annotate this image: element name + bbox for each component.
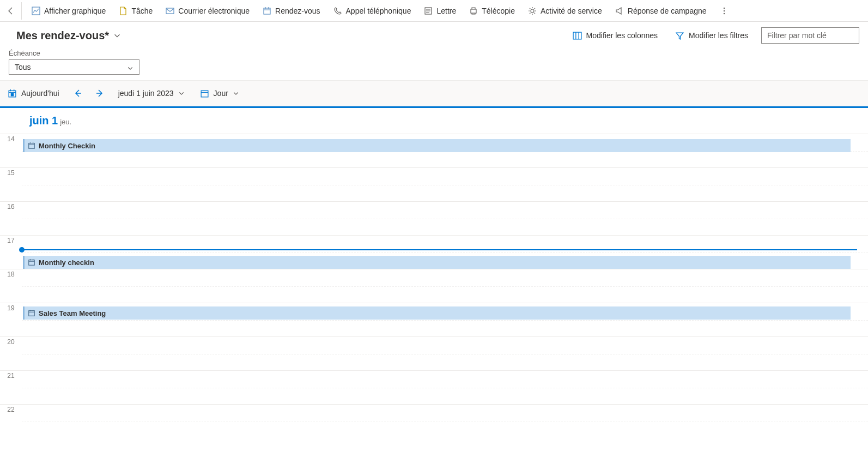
calendar-icon <box>28 142 35 149</box>
columns-icon <box>573 31 582 40</box>
svg-point-6 <box>723 7 724 8</box>
chevron-down-icon <box>127 65 133 71</box>
toolbar-label: Réponse de campagne <box>628 7 707 15</box>
toolbar-rendezvous[interactable]: Rendez-vous <box>257 3 326 19</box>
day-title: juin 1 <box>29 115 58 127</box>
current-date: jeudi 1 juin 2023 <box>118 89 174 98</box>
svg-rect-9 <box>573 32 581 39</box>
hour-row[interactable]: 18 <box>0 269 868 303</box>
toolbar-courrier[interactable]: Courrier électronique <box>160 3 255 19</box>
hour-label: 22 <box>0 405 22 438</box>
edit-columns-button[interactable]: Modifier les colonnes <box>568 29 663 43</box>
edit-columns-label: Modifier les colonnes <box>586 31 658 40</box>
toolbar-telecopie[interactable]: Télécopie <box>464 3 520 19</box>
toolbar-lettre[interactable]: Lettre <box>418 3 462 19</box>
calendar-icon <box>28 258 35 266</box>
email-icon <box>166 7 174 15</box>
more-button[interactable] <box>714 3 734 19</box>
svg-rect-2 <box>264 8 270 14</box>
arrow-left-icon <box>7 7 15 15</box>
next-day-button[interactable] <box>93 87 106 100</box>
phone-icon <box>333 7 342 15</box>
svg-point-5 <box>531 9 534 13</box>
svg-rect-14 <box>29 260 35 266</box>
toolbar: Afficher graphique Tâche Courrier électr… <box>0 0 868 22</box>
arrow-right-icon <box>95 89 104 98</box>
calendar-event[interactable]: Sales Team Meeting <box>23 306 851 320</box>
chart-icon <box>32 7 40 15</box>
echeance-select[interactable]: Tous <box>9 59 139 75</box>
edit-filters-button[interactable]: Modifier les filtres <box>671 29 752 43</box>
task-icon <box>119 7 128 15</box>
toolbar-reponse-campagne[interactable]: Réponse de campagne <box>610 3 712 19</box>
view-title-text: Mes rendez-vous* <box>16 29 109 42</box>
hour-label: 17 <box>0 236 22 269</box>
header: Mes rendez-vous* Modifier les colonnes M… <box>0 22 868 46</box>
hour-label: 16 <box>0 202 22 235</box>
calendar-icon <box>200 89 209 98</box>
filter-icon <box>675 31 684 40</box>
toolbar-label: Courrier électronique <box>178 7 250 15</box>
svg-rect-12 <box>201 91 208 97</box>
toolbar-appel[interactable]: Appel téléphonique <box>328 3 417 19</box>
campaign-icon <box>615 7 624 15</box>
event-title: Sales Team Meeting <box>39 309 106 317</box>
chevron-down-icon <box>178 90 185 97</box>
hour-label: 15 <box>0 168 22 201</box>
toolbar-label: Lettre <box>436 7 456 15</box>
toolbar-activite-service[interactable]: Activité de service <box>523 3 608 19</box>
view-mode-picker[interactable]: Jour <box>197 87 242 100</box>
toolbar-label: Télécopie <box>482 7 515 15</box>
hours-grid: 141516171819202122Monthly CheckinMonthly… <box>0 134 868 438</box>
svg-rect-1 <box>166 8 174 14</box>
fax-icon <box>469 7 478 15</box>
toolbar-tache[interactable]: Tâche <box>113 3 158 19</box>
svg-point-7 <box>723 10 724 11</box>
echeance-value: Tous <box>15 63 31 71</box>
view-selector[interactable]: Mes rendez-vous* <box>16 29 121 42</box>
hour-row[interactable]: 15 <box>0 167 868 201</box>
svg-point-8 <box>723 13 724 14</box>
hour-row[interactable]: 22 <box>0 404 868 438</box>
toolbar-afficher-graphique[interactable]: Afficher graphique <box>26 3 111 19</box>
service-icon <box>528 7 537 15</box>
current-time-dot <box>19 247 25 252</box>
svg-rect-4 <box>471 9 476 13</box>
hour-row[interactable]: 16 <box>0 201 868 235</box>
hour-label: 20 <box>0 337 22 370</box>
calendar-event[interactable]: Monthly checkin <box>23 256 851 269</box>
current-time-indicator <box>22 249 857 250</box>
hour-label: 19 <box>0 303 22 336</box>
edit-filters-label: Modifier les filtres <box>689 31 748 40</box>
event-title: Monthly Checkin <box>39 142 95 150</box>
svg-rect-11 <box>11 93 13 95</box>
hour-label: 21 <box>0 371 22 404</box>
hour-row[interactable]: 20 <box>0 336 868 370</box>
svg-rect-15 <box>29 311 35 316</box>
letter-icon <box>424 7 433 15</box>
calendar-view[interactable]: juin 1jeu. 141516171819202122Monthly Che… <box>0 106 868 467</box>
keyword-filter-input[interactable] <box>761 27 859 44</box>
svg-rect-13 <box>29 143 35 149</box>
back-button[interactable] <box>4 2 22 20</box>
chevron-down-icon <box>113 32 121 39</box>
today-label: Aujourd'hui <box>21 89 59 98</box>
event-title: Monthly checkin <box>39 258 94 267</box>
prev-day-button[interactable] <box>71 87 84 100</box>
date-picker[interactable]: jeudi 1 juin 2023 <box>115 87 188 100</box>
hour-row[interactable]: 21 <box>0 370 868 404</box>
today-button[interactable]: Aujourd'hui <box>4 87 63 100</box>
arrow-left-icon <box>74 89 82 98</box>
toolbar-label: Appel téléphonique <box>346 7 411 15</box>
calendar-event[interactable]: Monthly Checkin <box>23 139 851 152</box>
day-header: juin 1jeu. <box>0 106 868 134</box>
toolbar-label: Activité de service <box>541 7 602 15</box>
filter-section: Échéance Tous <box>0 46 868 80</box>
hour-label: 14 <box>0 134 22 167</box>
chevron-down-icon <box>233 90 239 97</box>
hour-label: 18 <box>0 269 22 303</box>
toolbar-label: Tâche <box>131 7 153 15</box>
calendar-icon <box>28 309 35 317</box>
calendar-icon <box>263 7 271 15</box>
more-vertical-icon <box>720 7 729 15</box>
